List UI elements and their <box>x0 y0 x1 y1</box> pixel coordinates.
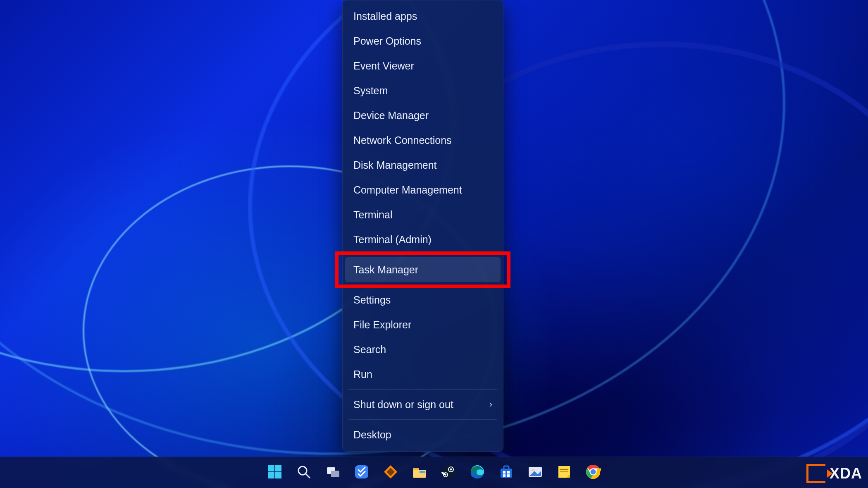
svg-rect-1 <box>275 465 281 471</box>
search-button[interactable] <box>295 464 313 482</box>
menu-item-desktop[interactable]: Desktop <box>345 422 501 447</box>
menu-separator <box>348 389 497 390</box>
menu-item-network-connections[interactable]: Network Connections <box>345 128 501 153</box>
menu-item-settings[interactable]: Settings <box>345 287 501 312</box>
svg-rect-3 <box>275 472 281 478</box>
menu-item-terminal-admin[interactable]: Terminal (Admin) <box>345 227 501 252</box>
winx-context-menu: Installed appsPower OptionsEvent ViewerS… <box>342 0 503 452</box>
menu-item-label: Power Options <box>353 35 421 47</box>
desktop[interactable]: Installed appsPower OptionsEvent ViewerS… <box>0 0 868 488</box>
menu-item-label: Shut down or sign out <box>353 399 453 411</box>
menu-item-label: Device Manager <box>353 110 429 122</box>
menu-item-label: Event Viewer <box>353 60 414 72</box>
menu-item-label: Search <box>353 344 386 356</box>
menu-item-label: Terminal <box>353 209 392 221</box>
menu-item-label: Terminal (Admin) <box>353 234 432 246</box>
menu-separator <box>348 419 497 420</box>
menu-item-system[interactable]: System <box>345 78 501 103</box>
menu-item-label: Settings <box>353 294 391 306</box>
taskbar <box>0 457 868 488</box>
watermark-text: XDA <box>830 465 862 482</box>
menu-item-shut-down-or-sign-out[interactable]: Shut down or sign out› <box>345 392 501 417</box>
edge-icon <box>469 464 486 482</box>
app-photos[interactable] <box>526 464 544 482</box>
menu-item-label: System <box>353 85 388 97</box>
menu-separator <box>348 254 497 255</box>
menu-item-disk-management[interactable]: Disk Management <box>345 153 501 177</box>
svg-rect-2 <box>268 472 274 478</box>
menu-item-terminal[interactable]: Terminal <box>345 202 501 227</box>
menu-item-computer-management[interactable]: Computer Management <box>345 177 501 202</box>
app-chrome[interactable] <box>584 464 602 482</box>
start-button[interactable] <box>266 464 284 482</box>
menu-item-label: Task Manager <box>353 264 418 276</box>
svg-line-5 <box>306 474 310 478</box>
menu-item-label: Network Connections <box>353 134 452 146</box>
menu-item-task-manager[interactable]: Task Manager <box>345 257 501 282</box>
windows-icon <box>267 464 283 482</box>
task-view-button[interactable] <box>324 464 342 482</box>
svg-rect-23 <box>503 474 506 477</box>
app-steam[interactable] <box>439 464 458 482</box>
menu-item-label: File Explorer <box>353 319 411 331</box>
menu-item-search[interactable]: Search <box>345 337 501 362</box>
menu-item-label: Run <box>353 368 372 380</box>
menu-item-label: Disk Management <box>353 159 436 171</box>
menu-item-file-explorer[interactable]: File Explorer <box>345 312 501 337</box>
steam-icon <box>440 464 457 482</box>
chevron-right-icon: › <box>489 399 492 410</box>
app-sticky-notes[interactable] <box>555 464 573 482</box>
menu-item-label: Installed apps <box>353 10 417 22</box>
folder-icon <box>411 464 428 482</box>
svg-rect-21 <box>503 471 506 474</box>
sticky-icon <box>556 464 572 482</box>
menu-item-device-manager[interactable]: Device Manager <box>345 103 501 128</box>
app-file-explorer[interactable] <box>410 464 429 482</box>
photos-icon <box>527 464 544 482</box>
menu-item-label: Desktop <box>353 429 391 441</box>
search-icon <box>296 464 312 482</box>
menu-item-label: Computer Management <box>353 184 462 196</box>
svg-rect-11 <box>413 468 419 470</box>
menu-item-event-viewer[interactable]: Event Viewer <box>345 53 501 78</box>
app-beyond-compare[interactable] <box>382 464 400 482</box>
app-todoist[interactable] <box>353 464 371 482</box>
svg-rect-22 <box>507 471 510 474</box>
store-icon <box>498 464 515 482</box>
watermark: XDA <box>806 464 862 483</box>
todoist-icon <box>353 464 370 482</box>
svg-rect-20 <box>504 466 509 469</box>
menu-item-installed-apps[interactable]: Installed apps <box>345 4 501 29</box>
watermark-bracket-icon <box>806 464 825 483</box>
chrome-icon <box>585 464 601 482</box>
taskview-icon <box>324 464 341 482</box>
svg-point-15 <box>450 468 452 470</box>
svg-rect-24 <box>507 474 510 477</box>
svg-rect-8 <box>355 465 368 478</box>
svg-point-13 <box>441 465 455 479</box>
svg-point-26 <box>532 469 534 471</box>
app-edge[interactable] <box>468 464 486 482</box>
diamond-icon <box>382 464 399 482</box>
menu-item-power-options[interactable]: Power Options <box>345 29 501 53</box>
svg-rect-12 <box>420 471 425 473</box>
svg-rect-0 <box>268 465 274 471</box>
svg-rect-7 <box>331 471 339 477</box>
menu-item-run[interactable]: Run <box>345 362 501 387</box>
app-microsoft-store[interactable] <box>497 464 515 482</box>
menu-separator <box>348 285 497 285</box>
